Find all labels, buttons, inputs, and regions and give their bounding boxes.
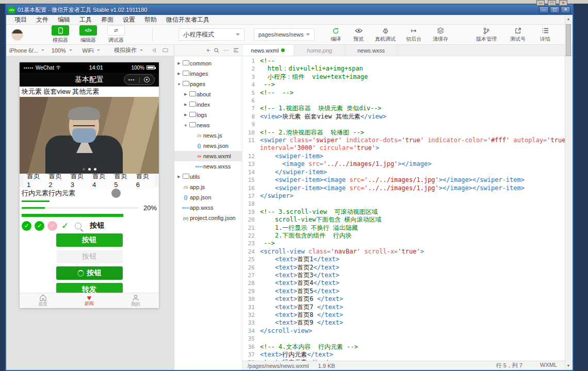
- code-line[interactable]: 11<swiper class='swiper' indicator-dots=…: [242, 137, 573, 153]
- tree-item[interactable]: {}app.json: [174, 192, 242, 203]
- tabbar-home[interactable]: 首页: [20, 293, 66, 308]
- minimize-button[interactable]: —: [539, 6, 549, 13]
- menu-item[interactable]: 编辑: [54, 15, 74, 24]
- user-avatar[interactable]: [11, 29, 23, 41]
- scroll-down-icon[interactable]: ▼: [565, 363, 571, 369]
- outer-close-icon[interactable]: ✕: [559, 0, 567, 6]
- tree-item[interactable]: ▼pages: [174, 79, 242, 89]
- code-line[interactable]: 31 <text>首页7 </text>: [242, 303, 573, 311]
- simulate-operate-select[interactable]: 模拟操作: [114, 46, 143, 54]
- capsule-menu[interactable]: •••: [124, 74, 155, 85]
- code-line[interactable]: 27 <text>首页3</text>: [242, 272, 573, 279]
- scroll-up-icon[interactable]: ▲: [565, 16, 571, 22]
- code-line[interactable]: 2 html：div+ul+li+a+img+span: [242, 65, 573, 73]
- code-line[interactable]: 35: [242, 335, 573, 343]
- cursor-position-label[interactable]: 行 5，列 7: [496, 362, 522, 369]
- check-icon[interactable]: ✓: [61, 221, 69, 231]
- code-line[interactable]: 25 <text>首页1</text>: [242, 256, 573, 263]
- code-line[interactable]: 37<text>行内元素</text>: [242, 351, 573, 359]
- tree-item[interactable]: ▶about: [174, 89, 242, 99]
- tree-item[interactable]: wxssnews.wxss: [174, 161, 242, 172]
- more-dots-icon[interactable]: •••: [124, 77, 139, 82]
- menu-item[interactable]: 帮助: [140, 15, 161, 24]
- outer-restore-icon[interactable]: ▢: [548, 0, 556, 6]
- code-line[interactable]: 9: [242, 121, 573, 128]
- mute-icon[interactable]: [153, 48, 157, 53]
- clear-cache-button[interactable]: 清缓存: [429, 27, 452, 43]
- scrollbar-thumb[interactable]: [566, 24, 571, 56]
- code-line[interactable]: 3 小程序：组件 view+text+image: [242, 73, 573, 81]
- code-line[interactable]: 14 </swiper-item>: [242, 168, 573, 176]
- code-line[interactable]: 13 <image src='../../images/1.jpg'></ima…: [242, 160, 573, 168]
- menu-item[interactable]: 设置: [119, 15, 139, 24]
- tab-news-wxml[interactable]: news.wxml: [242, 45, 294, 56]
- code-line[interactable]: 36<!-- 4.文本内容 行内元素 -->: [242, 343, 573, 351]
- switch-background-button[interactable]: ↦ 切后台: [403, 27, 424, 43]
- tree-item[interactable]: ▶utils: [174, 172, 242, 182]
- tab-news-wxss[interactable]: news.wxss: [346, 45, 397, 56]
- tab-home-png[interactable]: home.png: [294, 45, 346, 56]
- checkbox-checked-icon[interactable]: ✓: [35, 221, 44, 231]
- search-icon[interactable]: [75, 223, 81, 229]
- capsule-close-icon[interactable]: [140, 77, 155, 82]
- tree-item[interactable]: JSapp.js: [174, 182, 242, 192]
- rotate-screen-icon[interactable]: [162, 48, 168, 53]
- tree-item[interactable]: ▶index: [174, 99, 242, 110]
- radio-checked-icon[interactable]: ✓: [47, 221, 57, 231]
- more-actions-icon[interactable]: ⋯: [223, 47, 229, 54]
- code-line[interactable]: 32 <text>首页8 </text>: [242, 311, 573, 319]
- code-line[interactable]: 18: [242, 200, 573, 208]
- phone-button[interactable]: 按钮: [56, 233, 123, 247]
- phone-button[interactable]: 按钮: [56, 266, 123, 280]
- debugger-toggle[interactable]: ⇄ 调试器: [106, 25, 126, 44]
- page-select[interactable]: pages/news/news: [254, 28, 315, 41]
- code-line[interactable]: 5<!-- -->: [242, 89, 573, 97]
- code-editor[interactable]: 1<!--2 html：div+ul+li+a+img+span3 小程序：组件…: [242, 56, 573, 361]
- tree-item[interactable]: (o)project.config.json: [174, 213, 242, 223]
- maximize-button[interactable]: ▢: [550, 6, 560, 13]
- test-account-button[interactable]: 测试号: [508, 27, 528, 43]
- code-line[interactable]: 15 <swiper-item><image src='../../images…: [242, 176, 573, 184]
- code-line[interactable]: 8<view>块元素 嵌套view 其他元素</view>: [242, 113, 573, 121]
- checkbox-checked-icon[interactable]: ✓: [22, 221, 31, 231]
- code-line[interactable]: 30 <text>首页6 </text>: [242, 295, 573, 303]
- code-line[interactable]: 33 <text>首页9 </text>: [242, 319, 573, 327]
- menu-item[interactable]: 微信开发者工具: [162, 15, 214, 24]
- slider-track[interactable]: [22, 200, 50, 202]
- code-line[interactable]: 20 scroll-view下面包含 横向滚动区域: [242, 216, 573, 224]
- add-file-icon[interactable]: +: [206, 46, 210, 54]
- version-manage-button[interactable]: 版本管理: [473, 27, 499, 43]
- language-mode-label[interactable]: WXML: [540, 362, 557, 369]
- code-line[interactable]: 26 <text>首页2</text>: [242, 264, 573, 272]
- close-button[interactable]: ✕: [561, 6, 570, 13]
- code-icon[interactable]: </>: [79, 25, 97, 36]
- tree-item[interactable]: JSnews.js: [174, 130, 242, 141]
- tree-item[interactable]: ▶logs: [174, 110, 242, 120]
- code-line[interactable]: 23 -->: [242, 240, 573, 247]
- tree-item[interactable]: wxssapp.wxss: [174, 203, 242, 213]
- menu-item[interactable]: 工具: [75, 15, 96, 24]
- code-line[interactable]: 16 <swiper-item><image src='../../images…: [242, 184, 573, 192]
- code-line[interactable]: 6: [242, 97, 573, 105]
- code-line[interactable]: 10<!-- 2.滑块视图容器 轮播图 -->: [242, 129, 573, 137]
- tree-item[interactable]: {}news.json: [174, 141, 242, 151]
- search-files-icon[interactable]: [214, 48, 219, 53]
- slider-thumb[interactable]: [111, 189, 121, 198]
- compile-button[interactable]: 编译: [327, 27, 345, 43]
- tabbar-news[interactable]: ♥ 新闻: [66, 293, 112, 308]
- editor-toggle[interactable]: </> 编辑器: [78, 25, 99, 44]
- simulator-toggle[interactable]: 模拟器: [50, 25, 71, 44]
- code-line[interactable]: 19<!-- 3.scroll-view 可滚动视图区域: [242, 208, 573, 216]
- preview-button[interactable]: 预览: [350, 27, 367, 43]
- tree-item[interactable]: ▶images: [174, 69, 242, 79]
- tree-item[interactable]: ▼news: [174, 120, 242, 130]
- tree-item[interactable]: <>news.wxml: [174, 151, 242, 161]
- code-line[interactable]: 29 <text>首页5</text>: [242, 288, 573, 295]
- debugger-icon[interactable]: ⇄: [107, 25, 125, 36]
- network-select[interactable]: WiFi: [83, 47, 107, 54]
- phone-icon[interactable]: [52, 25, 69, 36]
- code-line[interactable]: 28 <text>首页4</text>: [242, 279, 573, 287]
- device-select[interactable]: iPhone 6/...: [9, 47, 44, 54]
- code-line[interactable]: 1<!--: [242, 57, 573, 65]
- zoom-select[interactable]: 100%: [52, 47, 75, 54]
